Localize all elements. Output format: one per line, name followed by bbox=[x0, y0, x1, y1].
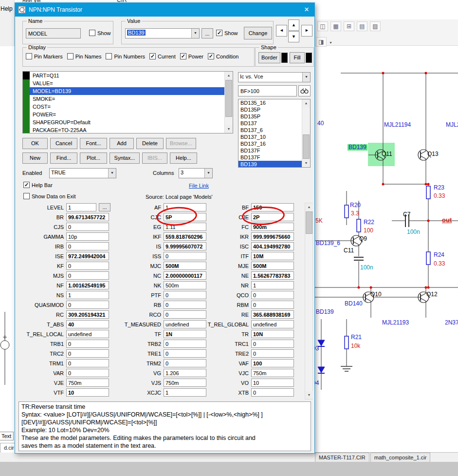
param-input-ptf[interactable] bbox=[164, 291, 206, 299]
find-button[interactable]: Find... bbox=[50, 152, 77, 164]
chevron-down-icon[interactable]: ▼ bbox=[204, 169, 212, 178]
dialog-titlebar[interactable]: NPN:NPN Transistor ✕ bbox=[15, 3, 314, 17]
param-input-trc2[interactable] bbox=[66, 349, 109, 358]
nav-right-button[interactable]: ► bbox=[301, 25, 312, 37]
model-list-scrollbar[interactable]: ▲ ▼ bbox=[302, 99, 310, 167]
checkbox-pin-numbers[interactable]: Pin Numbers bbox=[106, 53, 145, 59]
param-input-t_rel_global[interactable] bbox=[251, 320, 294, 328]
change-button[interactable]: Change bbox=[244, 27, 272, 39]
chevron-down-icon[interactable]: ▼ bbox=[302, 73, 310, 82]
param-input-vg[interactable] bbox=[164, 369, 206, 377]
param-input-trc1[interactable] bbox=[251, 340, 294, 348]
font-button[interactable]: Font... bbox=[80, 138, 107, 149]
value-combobox[interactable]: BD139 ▼ bbox=[125, 28, 200, 38]
browse-button[interactable]: Browse... bbox=[166, 138, 196, 149]
scroll-up-icon[interactable]: ▲ bbox=[305, 203, 313, 211]
param-input-trm2[interactable] bbox=[164, 359, 206, 367]
param-input-nc[interactable] bbox=[164, 271, 206, 280]
param-input-mjc[interactable] bbox=[164, 262, 206, 270]
document-tab[interactable]: math_composite_1.cir bbox=[370, 453, 431, 462]
scroll-thumb[interactable] bbox=[303, 134, 310, 159]
model-list[interactable]: BD135_16BD135PBD135PBD137BD137_6BD137_10… bbox=[238, 99, 311, 168]
model-list-item[interactable]: BD137_16 bbox=[238, 140, 302, 147]
scroll-down-icon[interactable]: ▼ bbox=[225, 125, 233, 133]
attribute-list[interactable]: PART=Q11VALUE=MODEL=BD139SMOKE=COST=POWE… bbox=[22, 71, 233, 133]
file-link[interactable]: File Link bbox=[189, 183, 209, 189]
nav-down-button[interactable]: ▼ bbox=[288, 31, 299, 42]
parameter-scrollbar[interactable]: ▲ ▼ bbox=[305, 203, 313, 400]
plot-type-combobox[interactable]: Ic vs. Vce ▼ bbox=[238, 72, 311, 82]
model-list-item[interactable]: BD137F bbox=[238, 147, 302, 154]
scroll-up-icon[interactable]: ▲ bbox=[225, 72, 233, 79]
columns-combobox[interactable]: 3 ▼ bbox=[179, 168, 213, 178]
attribute-row[interactable]: SHAPEGROUP=Default bbox=[23, 118, 233, 126]
attribute-row[interactable]: VALUE= bbox=[23, 79, 233, 87]
find-model-button[interactable] bbox=[298, 85, 311, 96]
model-list-item[interactable]: BD135P bbox=[238, 106, 302, 113]
help-bar-checkbox[interactable]: ✓ Help Bar bbox=[23, 182, 53, 188]
name-input[interactable] bbox=[26, 28, 81, 38]
param-input-trb2[interactable] bbox=[164, 340, 206, 348]
cancel-button[interactable]: Cancel bbox=[50, 138, 77, 149]
param-input-tre2[interactable] bbox=[251, 349, 294, 358]
model-list-item[interactable]: BD135_16 bbox=[238, 99, 302, 106]
param-input-trm1[interactable] bbox=[66, 359, 109, 367]
param-input-rc[interactable] bbox=[66, 310, 109, 319]
param-input-mjs[interactable] bbox=[66, 271, 109, 280]
checkbox-condition[interactable]: ✓Condition bbox=[208, 53, 238, 59]
attribute-row[interactable]: COST= bbox=[23, 103, 233, 111]
close-icon[interactable]: ✕ bbox=[299, 3, 314, 17]
name-show-checkbox[interactable]: Show bbox=[89, 30, 111, 36]
checkbox-pin-names[interactable]: Pin Names bbox=[67, 53, 102, 59]
param-input-ikr[interactable] bbox=[251, 232, 294, 241]
level-more-button[interactable]: ... bbox=[99, 203, 110, 211]
model-list-item[interactable]: BD137_10 bbox=[238, 133, 302, 140]
param-input-irb[interactable] bbox=[66, 242, 109, 250]
param-input-kf[interactable] bbox=[66, 262, 109, 270]
value-show-checkbox[interactable]: ✓ Show bbox=[216, 30, 238, 36]
param-input-t_rel_local[interactable] bbox=[66, 330, 109, 338]
checkbox-pin-markers[interactable]: Pin Markers bbox=[26, 53, 63, 59]
param-input-level[interactable] bbox=[66, 203, 96, 211]
param-input-ikf[interactable] bbox=[164, 232, 206, 241]
nav-up-button[interactable]: ▲ bbox=[288, 19, 299, 31]
attribute-row[interactable]: PART=Q11 bbox=[23, 72, 233, 79]
param-input-xtb[interactable] bbox=[251, 388, 294, 397]
param-input-qco[interactable] bbox=[251, 291, 294, 299]
param-input-vjc[interactable] bbox=[251, 369, 294, 377]
param-input-nr[interactable] bbox=[251, 281, 294, 289]
param-input-ise[interactable] bbox=[66, 252, 109, 260]
attribute-row[interactable]: MODEL=BD139 bbox=[23, 87, 233, 95]
chevron-down-icon[interactable]: ▼ bbox=[191, 29, 199, 38]
param-input-rbm[interactable] bbox=[251, 301, 294, 309]
param-input-xcjc[interactable] bbox=[164, 388, 206, 397]
show-data-on-exit-checkbox[interactable]: Show Data on Exit bbox=[23, 193, 76, 199]
param-input-ns[interactable] bbox=[66, 291, 109, 299]
param-input-t_measured[interactable] bbox=[164, 320, 206, 328]
param-input-nf[interactable] bbox=[66, 281, 109, 289]
param-input-vo[interactable] bbox=[251, 379, 294, 387]
attribute-list-scrollbar[interactable]: ▲ ▼ bbox=[224, 72, 233, 133]
param-input-vjs[interactable] bbox=[164, 379, 206, 387]
add-button[interactable]: Add bbox=[110, 138, 134, 149]
param-input-mje[interactable] bbox=[251, 262, 294, 270]
delete-button[interactable]: Delete bbox=[136, 138, 164, 149]
border-color-swatch[interactable] bbox=[281, 53, 288, 63]
model-list-item[interactable]: BD137_6 bbox=[238, 127, 302, 133]
param-input-iss[interactable] bbox=[164, 252, 206, 260]
param-input-rb[interactable] bbox=[164, 301, 206, 309]
param-input-vaf[interactable] bbox=[251, 359, 294, 367]
border-button[interactable]: Border bbox=[258, 52, 280, 63]
param-input-cjs[interactable] bbox=[66, 223, 109, 231]
new-button[interactable]: New bbox=[22, 152, 48, 164]
param-input-quasimod[interactable] bbox=[66, 301, 109, 309]
param-input-vje[interactable] bbox=[66, 379, 109, 387]
param-input-var[interactable] bbox=[66, 369, 109, 377]
checkbox-current[interactable]: ✓Current bbox=[149, 53, 176, 59]
param-input-itf[interactable] bbox=[251, 252, 294, 260]
scroll-thumb[interactable] bbox=[306, 211, 312, 234]
scroll-up-icon[interactable]: ▲ bbox=[302, 99, 310, 107]
attribute-row[interactable]: SMOKE= bbox=[23, 95, 233, 103]
attribute-row[interactable]: PACKAGE=TO-225AA bbox=[23, 126, 233, 133]
model-filter-input[interactable] bbox=[238, 85, 297, 96]
